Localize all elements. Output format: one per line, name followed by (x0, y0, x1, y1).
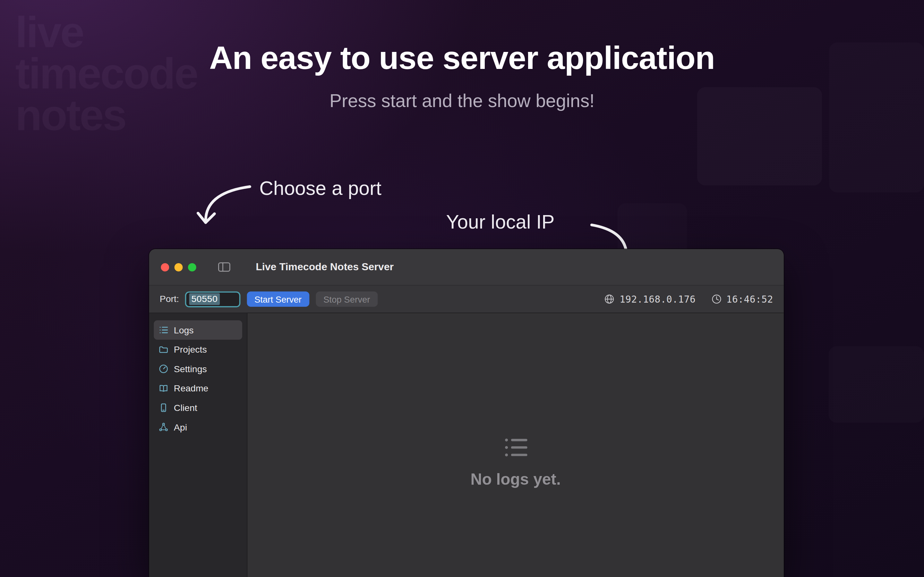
window-titlebar: Live Timecode Notes Server (149, 249, 784, 285)
local-ip-value: 192.168.0.176 (620, 293, 696, 305)
window-title: Live Timecode Notes Server (256, 261, 394, 274)
book-icon (158, 384, 168, 393)
api-icon (158, 422, 168, 432)
port-value: 50550 (189, 293, 220, 305)
globe-icon (604, 294, 615, 305)
close-button[interactable] (161, 263, 169, 271)
sidebar-toggle-icon[interactable] (218, 261, 231, 273)
sidebar-item-label: Client (174, 402, 197, 413)
stop-server-button[interactable]: Stop Server (316, 292, 378, 307)
sidebar-item-label: Projects (174, 344, 207, 355)
sidebar-item-label: Logs (174, 325, 194, 335)
arrow-to-port-field (198, 187, 250, 222)
annotation-choose-port: Choose a port (259, 177, 381, 200)
folder-icon (158, 344, 168, 354)
page: live timecode notes An easy to use serve… (0, 0, 924, 577)
sidebar-item-label: Api (174, 422, 187, 432)
sidebar-list: Logs Projects Settings Readme Client Api (153, 320, 242, 437)
list-icon (158, 325, 168, 335)
device-icon (158, 403, 168, 413)
app-window: Live Timecode Notes Server Port: 50550 S… (149, 249, 784, 577)
toolbar: Port: 50550 Start Server Stop Server 192… (149, 285, 784, 313)
sidebar-item-api[interactable]: Api (153, 417, 242, 437)
sidebar-item-logs[interactable]: Logs (153, 320, 242, 340)
empty-state: No logs yet. (471, 434, 561, 489)
hero: An easy to use server application Press … (0, 0, 924, 112)
sidebar-item-label: Readme (174, 383, 208, 394)
port-input[interactable]: 50550 (185, 291, 240, 307)
start-server-button[interactable]: Start Server (247, 292, 309, 307)
sidebar-item-client[interactable]: Client (153, 398, 242, 418)
port-label: Port: (160, 294, 179, 305)
toolbar-status: 192.168.0.176 16:46:52 (604, 293, 773, 305)
logs-panel: No logs yet. (247, 313, 783, 577)
page-subtitle: Press start and the show begins! (0, 91, 924, 112)
sidebar-item-readme[interactable]: Readme (153, 379, 242, 398)
annotation-local-ip: Your local IP (446, 211, 554, 234)
sidebar-item-label: Settings (174, 364, 207, 374)
sidebar-item-settings[interactable]: Settings (153, 359, 242, 379)
gauge-icon (158, 364, 168, 374)
empty-state-message: No logs yet. (471, 471, 561, 489)
zoom-button[interactable] (188, 263, 196, 271)
logs-empty-icon (502, 434, 529, 461)
sidebar: Logs Projects Settings Readme Client Api (149, 313, 248, 577)
background-card (829, 346, 924, 423)
current-time-value: 16:46:52 (726, 293, 773, 305)
traffic-lights (161, 263, 196, 271)
minimize-button[interactable] (174, 263, 183, 271)
page-title: An easy to use server application (0, 39, 924, 77)
sidebar-item-projects[interactable]: Projects (153, 340, 242, 359)
clock-icon (711, 294, 722, 305)
window-content: Logs Projects Settings Readme Client Api… (149, 313, 784, 577)
